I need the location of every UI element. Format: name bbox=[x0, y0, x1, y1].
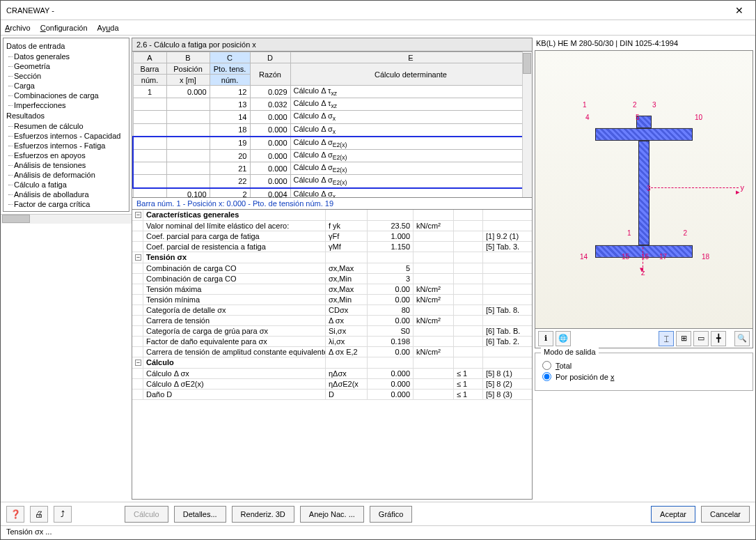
panel-title: 2.6 - Cálculo a fatiga por posición x bbox=[132, 38, 533, 52]
details-header: Barra núm. 1 - Posición x: 0.000 - Pto. … bbox=[132, 198, 533, 210]
view-points-icon[interactable]: ⊞ bbox=[676, 331, 691, 346]
details-table[interactable]: −Características generalesValor nominal … bbox=[132, 210, 533, 500]
section-title: KB(L) HE M 280-50/30 | DIN 1025-4:1994 bbox=[535, 38, 753, 50]
detail-row: Tensión mínimaσx,Min0.00kN/cm² bbox=[132, 295, 532, 305]
tree-item[interactable]: Cálculo a fatiga bbox=[6, 180, 129, 190]
view-dims-icon[interactable]: ▭ bbox=[693, 331, 709, 346]
tree-item[interactable]: Geometría bbox=[6, 61, 129, 71]
table-row[interactable]: 180.000Cálculo Δ σx bbox=[133, 123, 531, 137]
tree-item[interactable]: Esfuerzos internos - Fatiga bbox=[6, 141, 129, 151]
details-button[interactable]: Detalles... bbox=[174, 506, 226, 523]
grid-scrollbar-v[interactable] bbox=[522, 52, 532, 197]
detail-row: Daño DD0.000≤ 1[5] 8 (3) bbox=[132, 389, 532, 400]
tree-item[interactable]: Análisis de deformación bbox=[6, 170, 129, 180]
window-title: CRANEWAY - bbox=[6, 6, 729, 15]
view-axes-icon[interactable]: ╋ bbox=[711, 331, 726, 346]
tree-item[interactable]: Sección bbox=[6, 71, 129, 81]
detail-row: Carrera de tensión de amplitud constante… bbox=[132, 347, 532, 357]
tree-item[interactable]: Imperfecciones bbox=[6, 100, 129, 110]
table-row[interactable]: 220.000Cálculo Δ σE2(x) bbox=[133, 175, 531, 188]
export-icon[interactable]: ⤴ bbox=[54, 506, 72, 523]
calc-button[interactable]: Cálculo bbox=[125, 506, 168, 523]
render-toolbar: ℹ 🌐 ⌶ ⊞ ▭ ╋ 🔍 bbox=[535, 329, 753, 348]
detail-row: Carrera de tensiónΔ σx0.00kN/cm² bbox=[132, 316, 532, 326]
annex-button[interactable]: Anejo Nac. ... bbox=[300, 506, 364, 523]
status-bar: Tensión σx ... bbox=[1, 525, 755, 539]
cancel-button[interactable]: Cancelar bbox=[701, 506, 750, 523]
table-row[interactable]: 10.000120.029Cálculo Δ τxz bbox=[133, 86, 531, 98]
tree-item[interactable]: Esfuerzos internos - Capacidad bbox=[6, 131, 129, 141]
globe-icon[interactable]: 🌐 bbox=[556, 331, 571, 346]
nav-tree[interactable]: Datos de entrada Datos generalesGeometrí… bbox=[3, 38, 129, 212]
ok-button[interactable]: Aceptar bbox=[651, 506, 695, 523]
detail-row: −Cálculo bbox=[132, 357, 532, 369]
menu-file[interactable]: Archivo bbox=[5, 24, 31, 32]
table-row[interactable]: 210.000Cálculo Δ σE2(x) bbox=[133, 162, 531, 175]
detail-row: Valor nominal del límite elástico del ac… bbox=[132, 221, 532, 231]
table-row[interactable]: 200.000Cálculo Δ σE2(x) bbox=[133, 149, 531, 162]
detail-row: Factor de daño equivalente para σxλi,σx0… bbox=[132, 337, 532, 347]
table-row[interactable]: 130.032Cálculo Δ τxz bbox=[133, 98, 531, 111]
table-row[interactable]: 0.10020.004Cálculo Δ σx bbox=[133, 188, 531, 199]
detail-row: Combinación de carga COσx,Min3 bbox=[132, 274, 532, 284]
menu-bar: Archivo Configuración Ayuda bbox=[1, 20, 755, 36]
section-render[interactable]: 123 4510 3 12 1415 1617 18 y z ▸ ▾ bbox=[535, 50, 753, 329]
print-icon[interactable]: 🖨 bbox=[30, 506, 48, 523]
info-icon[interactable]: ℹ bbox=[538, 331, 553, 346]
tree-item[interactable]: Resumen de cálculo bbox=[6, 121, 129, 131]
tree-item[interactable]: Esfuerzos en apoyos bbox=[6, 151, 129, 160]
tree-item[interactable]: Carga bbox=[6, 81, 129, 91]
output-mode-group: Modo de salida Total Por posición de x bbox=[535, 353, 753, 391]
table-row[interactable]: 190.000Cálculo Δ σE2(x) bbox=[133, 137, 531, 150]
tree-header-input: Datos de entrada bbox=[6, 40, 129, 52]
results-grid[interactable]: A B C D E Barra Posición Pto. tens. Razó… bbox=[132, 52, 533, 198]
tree-item[interactable]: Datos generales bbox=[6, 52, 129, 61]
settings-icon[interactable]: 🔍 bbox=[734, 331, 750, 346]
detail-row: Cálculo Δ σE2(x)ηΔσE2(x0.000≤ 1[5] 8 (2) bbox=[132, 379, 532, 389]
detail-row: Tensión máximaσx,Max0.00kN/cm² bbox=[132, 284, 532, 295]
menu-help[interactable]: Ayuda bbox=[97, 24, 119, 32]
radio-total[interactable]: Total bbox=[542, 361, 746, 370]
render3d-button[interactable]: Renderiz. 3D bbox=[232, 506, 294, 523]
view-section-icon[interactable]: ⌶ bbox=[659, 331, 674, 346]
help-icon[interactable]: ❓ bbox=[6, 506, 24, 523]
tree-item[interactable]: Factor de carga crítica bbox=[6, 199, 129, 209]
detail-row: Combinación de carga COσx,Max5 bbox=[132, 263, 532, 274]
detail-row: Categoría de carga de grúa para σxSi,σxS… bbox=[132, 326, 532, 337]
radio-by-x[interactable]: Por posición de x bbox=[542, 372, 746, 381]
close-icon[interactable]: ✕ bbox=[729, 5, 750, 16]
tree-item[interactable]: Combinaciones de carga bbox=[6, 91, 129, 100]
detail-row: Coef. parcial de resistencia a fatigaγMf… bbox=[132, 242, 532, 252]
tree-header-results: Resultados bbox=[6, 110, 129, 121]
menu-config[interactable]: Configuración bbox=[40, 24, 88, 32]
detail-row: Cálculo Δ σxηΔσx0.000≤ 1[5] 8 (1) bbox=[132, 369, 532, 379]
detail-row: Categoría de detalle σxCDσx80[5] Tab. 8. bbox=[132, 305, 532, 316]
detail-row: −Tensión σx bbox=[132, 252, 532, 263]
detail-row: Coef. parcial para carga de fatigaγFf1.0… bbox=[132, 231, 532, 242]
detail-row: −Características generales bbox=[132, 210, 532, 221]
tree-item[interactable]: Análisis de abolladura bbox=[6, 190, 129, 199]
table-row[interactable]: 140.000Cálculo Δ σx bbox=[133, 111, 531, 123]
tree-scrollbar-h[interactable] bbox=[1, 214, 132, 224]
graph-button[interactable]: Gráfico bbox=[370, 506, 412, 523]
tree-item[interactable]: Análisis de tensiones bbox=[6, 160, 129, 170]
